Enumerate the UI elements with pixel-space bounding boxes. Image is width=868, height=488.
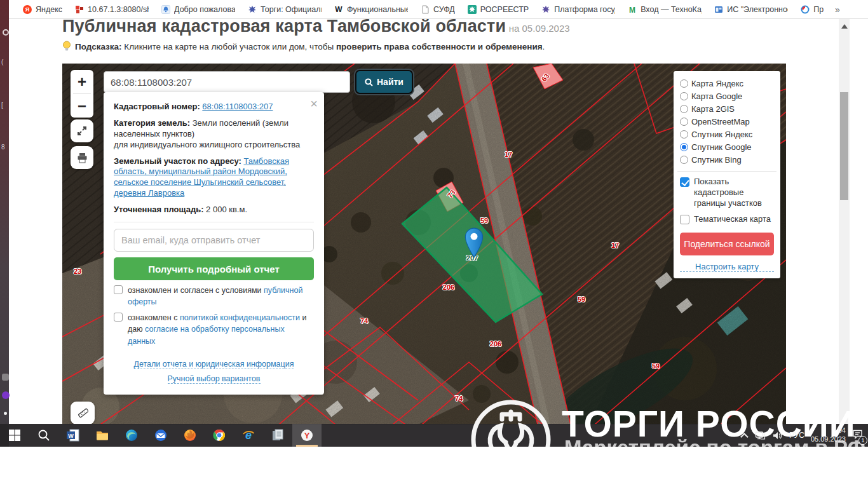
basemap-option-карта-2gis[interactable]: Карта 2GIS	[680, 102, 774, 115]
share-link-button[interactable]: Поделиться ссылкой	[680, 233, 774, 255]
cadastral-number-link[interactable]: 68:08:1108003:207	[202, 102, 273, 111]
taskbar-yandex-browser-icon[interactable]: Y	[292, 424, 322, 447]
basemap-option-openstreetmap[interactable]: OpenStreetMap	[680, 115, 774, 128]
taskbar-search-icon[interactable]	[29, 424, 58, 447]
page-title-date: на 05.09.2023	[509, 23, 570, 34]
get-report-button[interactable]: Получить подробный отчет	[114, 257, 314, 280]
radio-icon[interactable]	[680, 105, 688, 113]
browser-tab-4[interactable]: Торги: Официальн	[243, 4, 327, 15]
browser-tab-2[interactable]: 10.67.1.3:8080/shg	[70, 4, 154, 15]
browser-side-panel: ( [ 8	[0, 0, 9, 447]
bulb-icon	[62, 41, 71, 52]
tray-datetime[interactable]: 04 05.09.2023	[811, 426, 846, 444]
taskbar-firefox-icon[interactable]	[175, 424, 205, 447]
print-button[interactable]	[71, 146, 93, 169]
radio-icon[interactable]	[680, 92, 688, 100]
option-label: Спутник Яндекс	[691, 130, 752, 139]
zoom-in-button[interactable]: +	[71, 70, 93, 93]
browser-tab-9[interactable]: МВход — ТехноКад	[623, 4, 707, 15]
privacy-link[interactable]: политикой конфиденциальности	[180, 313, 300, 322]
taskbar-thunderbird-icon[interactable]	[146, 424, 175, 447]
parcel-label-206: 206	[443, 283, 454, 291]
page-title: Публичная кадастровая карта Тамбовской о…	[62, 17, 570, 36]
checkbox-icon[interactable]	[680, 215, 689, 224]
scrollbar-up-arrow[interactable]	[841, 24, 848, 29]
category-extra: для индивидуального жилищного строительс…	[114, 140, 300, 149]
w-favicon: W	[334, 5, 343, 14]
printer-icon	[77, 152, 88, 163]
layers-panel: Карта ЯндексКарта GoogleКарта 2GISOpenSt…	[674, 71, 780, 278]
m-green-favicon: М	[628, 5, 637, 14]
measure-button[interactable]	[71, 402, 95, 424]
basemap-option-карта-google[interactable]: Карта Google	[680, 90, 774, 102]
browser-tab-5[interactable]: WФункциональные	[329, 4, 413, 15]
tray-language[interactable]: РУС	[789, 431, 804, 440]
basemap-option-спутник-bing[interactable]: Спутник Bing	[680, 153, 774, 166]
area-value: 2 000 кв.м.	[206, 205, 247, 214]
side-icon-fragment: (	[1, 58, 3, 65]
agree-offer-checkbox[interactable]	[114, 285, 123, 294]
notifications-icon[interactable]: 1	[852, 429, 863, 442]
grid-red-favicon	[75, 5, 84, 14]
basemap-options: Карта ЯндексКарта GoogleКарта 2GISOpenSt…	[680, 77, 774, 166]
browser-tab-10[interactable]: ИС "Электронное	[709, 4, 793, 15]
parcel-label-17: 17	[611, 241, 619, 249]
layer-checkbox-row[interactable]: Тематическая карта	[680, 214, 774, 225]
fullscreen-button[interactable]	[71, 119, 93, 142]
email-input[interactable]	[114, 229, 314, 252]
close-icon[interactable]: ×	[310, 97, 318, 110]
browser-tab-6[interactable]: СУФД	[416, 4, 460, 15]
configure-map-link[interactable]: Настроить карту	[680, 262, 774, 272]
find-button[interactable]: Найти	[355, 70, 413, 94]
browser-tab-7[interactable]: РОСРЕЕСТР	[463, 4, 534, 15]
scrollbar-thumb[interactable]	[840, 92, 848, 200]
search-bar: Найти	[104, 71, 413, 94]
report-details-link[interactable]: Детали отчета и юридическая информация	[134, 360, 294, 369]
tab-label: 10.67.1.3:8080/shg	[88, 5, 149, 14]
radio-icon[interactable]	[680, 79, 688, 88]
cadastral-map[interactable]: 6317735917207206597420622592383247423 + …	[62, 64, 786, 424]
agree-privacy-checkbox[interactable]	[114, 313, 123, 322]
hint-line: Подсказка: Кликните на карте на любой уч…	[62, 41, 545, 52]
side-icon-fragment	[2, 374, 9, 381]
taskbar-edge-icon[interactable]	[117, 424, 146, 447]
taskbar-files-icon[interactable]	[263, 424, 292, 447]
search-input[interactable]	[104, 71, 350, 93]
browser-tab-11[interactable]: Пр	[796, 4, 829, 15]
consent-link[interactable]: согласие на обработку персональных данны…	[128, 325, 285, 345]
browser-tab-1[interactable]: ЯЯндекс	[18, 4, 67, 15]
yandex-favicon: Я	[23, 5, 32, 14]
parcel-label-59: 59	[578, 295, 585, 303]
option-label: Карта Google	[691, 92, 742, 101]
tabbar-overflow-chevron[interactable]: »	[831, 4, 844, 15]
agree-privacy-row: ознакомлен с политикой конфиденциальност…	[114, 312, 314, 346]
taskbar-ie-icon[interactable]: e	[234, 424, 263, 447]
radio-icon[interactable]	[680, 143, 688, 151]
parcel-label-59: 59	[652, 362, 660, 370]
taskbar-word-icon[interactable]: W	[58, 424, 88, 447]
hint-text: Кликните на карте на любой участок или д…	[124, 42, 334, 51]
taskbar-chrome-icon[interactable]	[205, 424, 234, 447]
zoom-out-button[interactable]: −	[71, 94, 93, 118]
radio-icon[interactable]	[680, 130, 688, 139]
taskbar-start-icon[interactable]	[0, 424, 29, 447]
svg-text:Я: Я	[25, 6, 29, 13]
basemap-option-спутник-google[interactable]: Спутник Google	[680, 140, 774, 153]
basemap-option-карта-яндекс[interactable]: Карта Яндекс	[680, 77, 774, 90]
parcel-label-206: 206	[490, 340, 501, 348]
ruler-icon	[77, 407, 88, 419]
checkbox-icon[interactable]	[680, 177, 689, 187]
layer-checkbox-row[interactable]: Показать кадастровые границы участков	[680, 177, 774, 209]
basemap-option-спутник-яндекс[interactable]: Спутник Яндекс	[680, 128, 774, 140]
volume-icon[interactable]	[772, 430, 783, 441]
page-scrollbar[interactable]	[839, 19, 850, 447]
radio-icon[interactable]	[680, 118, 688, 126]
browser-tab-8[interactable]: Платформа госуд	[536, 4, 620, 15]
taskbar-explorer-icon[interactable]	[88, 424, 117, 447]
parcel-label-74: 74	[455, 395, 463, 402]
network-icon[interactable]	[755, 430, 766, 441]
radio-icon[interactable]	[680, 156, 688, 164]
tab-label: ИС "Электронное	[727, 5, 788, 14]
manual-choice-link[interactable]: Ручной выбор вариантов	[168, 374, 261, 384]
browser-tab-3[interactable]: Добро пожаловат	[156, 4, 240, 15]
